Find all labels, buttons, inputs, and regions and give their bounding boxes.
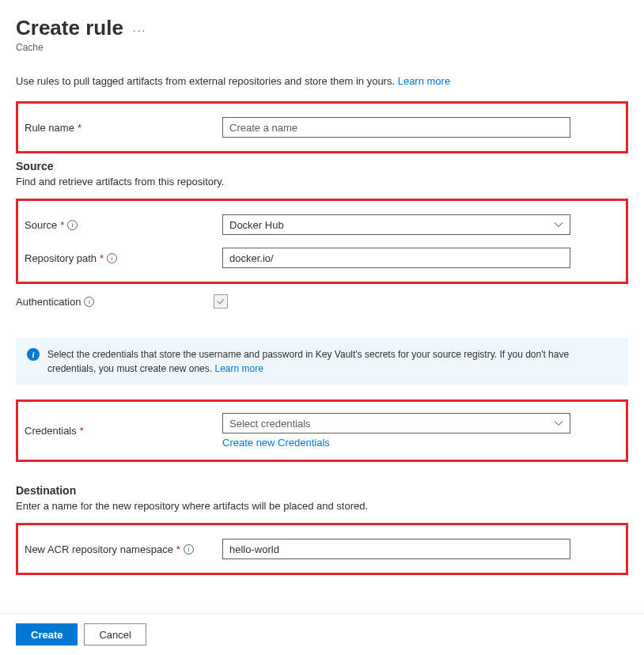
rule-name-label: Rule name — [25, 122, 74, 134]
destination-description: Enter a name for the new repository wher… — [16, 500, 628, 512]
namespace-input[interactable] — [222, 539, 570, 559]
required-indicator: * — [60, 219, 64, 231]
credentials-info-banner: i Select the credentials that store the … — [16, 338, 628, 385]
authentication-checkbox — [214, 294, 228, 309]
info-icon[interactable]: i — [84, 297, 94, 307]
info-icon[interactable]: i — [107, 253, 117, 263]
cancel-button[interactable]: Cancel — [84, 623, 146, 646]
credentials-label: Credentials — [25, 425, 77, 437]
credentials-select[interactable]: Select credentials — [222, 413, 570, 434]
required-indicator: * — [78, 122, 81, 134]
more-actions-icon[interactable]: ··· — [133, 24, 147, 36]
authentication-label: Authentication — [16, 296, 81, 308]
page-title: Create rule — [16, 16, 123, 40]
page-subtitle: Cache — [16, 42, 628, 53]
destination-group: New ACR repository namespace * i — [16, 523, 628, 575]
credentials-group: Credentials * Select credentials Create … — [16, 399, 628, 462]
required-indicator: * — [80, 425, 84, 437]
destination-heading: Destination — [16, 484, 628, 497]
source-label: Source — [25, 219, 57, 231]
namespace-label: New ACR repository namespace — [25, 543, 173, 555]
banner-learn-more-link[interactable]: Learn more — [214, 363, 263, 374]
footer-bar: Create Cancel — [0, 613, 644, 655]
source-heading: Source — [16, 160, 628, 172]
create-credentials-link[interactable]: Create new Credentials — [222, 437, 330, 449]
rule-name-group: Rule name * — [16, 101, 628, 153]
rule-name-input[interactable] — [222, 117, 570, 138]
intro-text: Use rules to pull tagged artifacts from … — [16, 75, 628, 87]
required-indicator: * — [176, 543, 180, 555]
repo-path-input[interactable] — [222, 248, 570, 268]
source-description: Find and retrieve artifacts from this re… — [16, 176, 628, 187]
chevron-down-icon — [554, 418, 563, 428]
source-group: Source * i Docker Hub Repository path * … — [16, 199, 628, 284]
chevron-down-icon — [554, 220, 563, 229]
info-icon[interactable]: i — [67, 220, 78, 230]
info-icon[interactable]: i — [184, 544, 194, 555]
info-icon: i — [27, 348, 40, 361]
required-indicator: * — [100, 252, 104, 264]
learn-more-link[interactable]: Learn more — [398, 75, 450, 87]
source-select[interactable]: Docker Hub — [222, 214, 570, 235]
repo-path-label: Repository path — [25, 252, 97, 264]
create-button[interactable]: Create — [16, 623, 78, 646]
